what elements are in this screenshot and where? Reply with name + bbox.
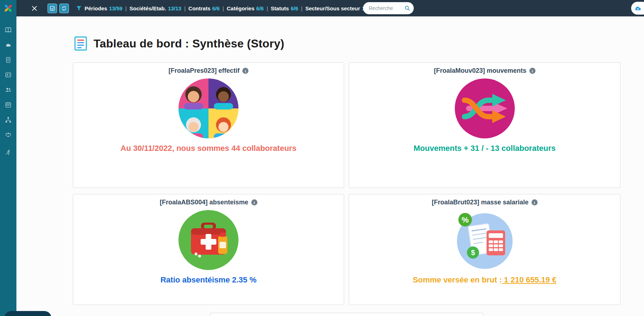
cloud-sync-button[interactable] [631, 2, 644, 15]
filter-label: Contrats [188, 5, 211, 11]
sidebar-item-activity[interactable] [4, 149, 12, 156]
filter-label: Statuts [271, 5, 289, 11]
card-message: Somme versée en brut : 1 210 655.19 € [413, 275, 556, 285]
filter-label: Catégories [227, 5, 255, 11]
filter-count: 13/13 [168, 5, 181, 11]
message-prefix: Somme versée en brut : [413, 275, 502, 284]
team-icon [5, 131, 12, 138]
filter-periodes[interactable]: Périodes 13/59 [85, 5, 122, 11]
info-icon[interactable] [251, 199, 257, 205]
filter-statuts[interactable]: Statuts 6/6 [264, 5, 298, 11]
app-logo-icon [4, 4, 13, 13]
filter-count: 6/6 [256, 5, 264, 11]
card-masse-salariale: [FroalaBrut023] masse salariale $ [349, 194, 620, 305]
card-title: [FroalaMouv023] mouvements [434, 67, 526, 75]
svg-text:$: $ [471, 249, 475, 256]
card-title: [FroalaABS004] absenteisme [160, 199, 248, 206]
sidebar-item-library[interactable] [4, 26, 12, 34]
refresh-button[interactable] [59, 4, 69, 13]
filter-label: Secteur/Sous secteur [305, 5, 360, 11]
bottom-left-button[interactable] [4, 311, 51, 316]
running-person-icon [5, 149, 12, 156]
sidebar-item-people[interactable] [4, 86, 12, 93]
sidebar-item-hierarchy[interactable] [4, 116, 12, 123]
svg-text:%: % [462, 215, 469, 224]
sidebar-item-documents[interactable] [4, 56, 12, 63]
filter-count: 6/6 [291, 5, 298, 11]
filter-secteur[interactable]: Secteur/Sous secteur 1/1 [298, 5, 369, 11]
sidebar [0, 0, 16, 316]
card-message: Au 30/11/2022, nous sommes 44 collaborat… [121, 144, 297, 153]
info-icon[interactable] [242, 68, 248, 74]
book-icon [5, 26, 12, 34]
filter-funnel-icon [76, 6, 82, 11]
close-icon [31, 5, 37, 11]
card-absenteisme: [FroalaABS004] absenteisme Ratio absenté… [73, 194, 344, 305]
card-header: [FroalaABS004] absenteisme [160, 199, 257, 206]
page-title: Tableau de bord : Synthèse (Story) [94, 37, 284, 50]
filter-count: 13/59 [109, 5, 122, 11]
search-icon[interactable] [404, 5, 410, 11]
card-mouvements: [FroalaMouv023] mouvements Mouvements + … [349, 62, 620, 188]
card-header: [FroalaMouv023] mouvements [434, 67, 535, 75]
filter-summary: Périodes 13/59 Sociétés/Etab. 13/13 Cont… [85, 5, 378, 11]
app-logo[interactable] [0, 0, 16, 16]
filter-label: Sociétés/Etab. [130, 5, 166, 11]
sidebar-item-calendar[interactable] [4, 101, 12, 108]
card-header: [FroalaPres023] effectif [168, 67, 248, 75]
cloud-upload-icon [634, 5, 642, 11]
filter-categories[interactable]: Catégories 6/6 [220, 5, 263, 11]
card-main-oeuvre: [AMD001 Story] Main d'œuvre totale fin [210, 313, 483, 316]
people-group-illustration [178, 78, 239, 139]
sitemap-icon [5, 116, 12, 123]
card-message: Ratio absentéisme 2.35 % [160, 275, 256, 285]
info-icon[interactable] [529, 68, 535, 74]
select-toggle-button[interactable] [47, 4, 57, 13]
filter-contrats[interactable]: Contrats 6/6 [181, 5, 220, 11]
refresh-icon [61, 5, 67, 11]
id-badge-icon [5, 71, 12, 78]
card-effectif: [FroalaPres023] effectif [73, 62, 344, 188]
cloud-icon [5, 41, 12, 49]
search-input[interactable] [368, 5, 404, 11]
filter-count: 6/6 [212, 5, 220, 11]
topbar: Périodes 13/59 Sociétés/Etab. 13/13 Cont… [16, 0, 644, 16]
filter-societes[interactable]: Sociétés/Etab. 13/13 [122, 5, 181, 11]
page-title-row: Tableau de bord : Synthèse (Story) [74, 36, 284, 51]
people-icon [5, 86, 12, 93]
message-value: 1 210 655.19 € [502, 275, 557, 284]
crossing-arrows-illustration [454, 78, 515, 139]
close-button[interactable] [30, 4, 39, 13]
card-title: [FroalaBrut023] masse salariale [432, 199, 528, 206]
payroll-calculator-illustration: $ % [454, 210, 515, 270]
sidebar-nav [4, 16, 12, 156]
first-aid-kit-illustration [178, 210, 239, 270]
sidebar-item-badge[interactable] [4, 71, 12, 78]
search-box [363, 2, 414, 14]
calendar-icon [5, 101, 12, 108]
checkbox-icon [49, 5, 55, 11]
report-icon [74, 36, 87, 51]
dashboard-content: Tableau de bord : Synthèse (Story) [Froa… [16, 16, 644, 316]
filter-label: Périodes [85, 5, 107, 11]
card-title: [FroalaPres023] effectif [168, 67, 240, 75]
sidebar-item-cloud[interactable] [4, 41, 12, 49]
card-message: Mouvements + 31 / - 13 collaborateurs [414, 144, 556, 153]
info-icon[interactable] [532, 199, 538, 205]
document-icon [5, 56, 12, 63]
sidebar-item-team[interactable] [4, 131, 12, 138]
card-header: [FroalaBrut023] masse salariale [432, 199, 537, 206]
